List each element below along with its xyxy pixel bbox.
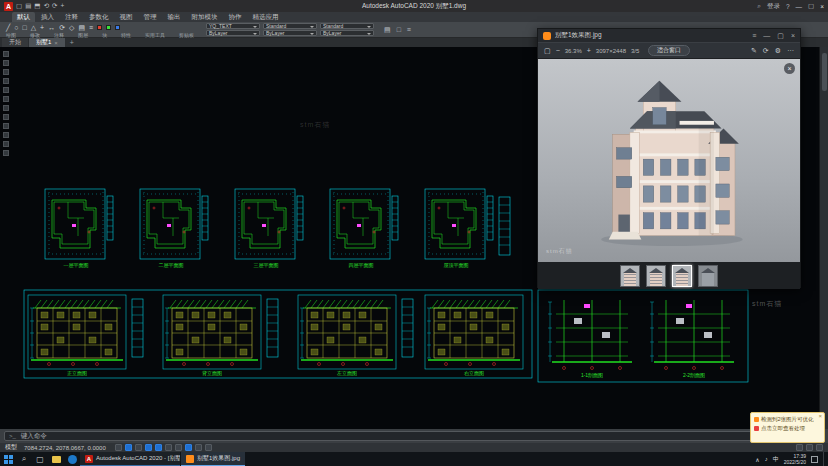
- fit-to-window-button[interactable]: 适合窗口: [648, 45, 690, 56]
- help-icon[interactable]: ?: [786, 3, 790, 10]
- section-2[interactable]: [650, 300, 734, 370]
- thumbnail-2[interactable]: [646, 265, 666, 287]
- thumbnail-4[interactable]: [698, 265, 718, 287]
- show-desktop-button[interactable]: [823, 452, 826, 466]
- linetype-combo[interactable]: ByLayer: [263, 30, 317, 36]
- selection-cycling-toggle[interactable]: [205, 444, 212, 451]
- taskbar-button-image-viewer[interactable]: 别墅1效果图.jpg: [181, 452, 245, 466]
- schedule-table[interactable]: [267, 299, 278, 357]
- maximize-button[interactable]: ▢: [808, 2, 814, 10]
- floor-plan-4[interactable]: [330, 189, 398, 259]
- autocad-logo-icon[interactable]: A: [4, 2, 13, 11]
- text-style-combo[interactable]: YQ_TEXT: [206, 23, 260, 29]
- rectangle-tool-icon[interactable]: □: [22, 23, 26, 32]
- command-input[interactable]: >_ 键入命令: [4, 431, 824, 441]
- group-tool-icon[interactable]: ≡: [407, 26, 411, 33]
- hatch-tool-icon[interactable]: +: [40, 23, 44, 32]
- viewer-menu-icon[interactable]: ≡: [752, 32, 756, 40]
- line-tool-icon[interactable]: ╱: [6, 23, 10, 32]
- filetab-new-icon[interactable]: +: [66, 38, 78, 47]
- schedule-table[interactable]: [499, 197, 510, 255]
- filetab-close-icon[interactable]: ×: [54, 40, 58, 46]
- section-1[interactable]: [548, 300, 632, 370]
- task-view-icon[interactable]: ▢: [32, 452, 48, 466]
- osnap-toggle[interactable]: [155, 444, 162, 451]
- panel-label-modify[interactable]: 修改: [30, 32, 40, 38]
- viewer-titlebar[interactable]: 别墅1效果图.jpg ≡ — ▢ ×: [538, 29, 800, 42]
- panel-label-annotate[interactable]: 注释: [54, 32, 64, 38]
- rotate-tool-icon[interactable]: ⟳: [59, 23, 65, 32]
- new-file-icon[interactable]: ▢: [16, 1, 22, 11]
- paste-tool-icon[interactable]: □: [397, 26, 401, 33]
- image-close-icon[interactable]: ×: [784, 63, 795, 74]
- fullscreen-icon[interactable]: ▢: [544, 47, 551, 55]
- thumbnail-3-selected[interactable]: [672, 265, 692, 287]
- tab-output[interactable]: 输出: [163, 12, 186, 22]
- taskbar-button-autocad[interactable]: A Autodesk AutoCAD 2020 - [别墅1.dwg]: [80, 452, 180, 466]
- signin-label[interactable]: 登录: [767, 2, 780, 11]
- notification-close-icon[interactable]: ×: [818, 413, 822, 419]
- transparency-toggle[interactable]: [195, 444, 202, 451]
- annotation-scale-button[interactable]: [796, 444, 803, 451]
- customize-button[interactable]: [816, 444, 823, 451]
- move-tool-icon[interactable]: ↔: [48, 23, 55, 32]
- elevation-4[interactable]: [425, 295, 523, 369]
- file-explorer-icon[interactable]: [48, 452, 64, 466]
- search-icon[interactable]: ⌕: [757, 2, 761, 10]
- grid-toggle[interactable]: [115, 444, 122, 451]
- viewer-image-area[interactable]: ×: [538, 59, 800, 262]
- viewer-close-button[interactable]: ×: [791, 32, 795, 40]
- panel-label-utilities[interactable]: 实用工具: [145, 32, 165, 38]
- save-icon[interactable]: ⬒: [34, 1, 40, 11]
- filetab-drawing[interactable]: 别墅1 ×: [29, 38, 65, 47]
- floor-plan-5[interactable]: [425, 189, 493, 259]
- plot-icon[interactable]: +: [60, 1, 64, 11]
- snap-toggle[interactable]: [125, 444, 132, 451]
- settings-gear-icon[interactable]: ⚙: [775, 47, 781, 55]
- dim-style-combo[interactable]: Standard: [263, 23, 317, 29]
- zoom-out-icon[interactable]: −: [556, 47, 560, 54]
- notification-popup[interactable]: × 检测到2张图片可优化 点击立即查看处理: [750, 412, 825, 443]
- undo-icon[interactable]: ⟲: [43, 1, 48, 11]
- tab-parametric[interactable]: 参数化: [84, 12, 114, 22]
- layer-color-chip-red[interactable]: [97, 25, 102, 30]
- array-tool-icon[interactable]: ▤: [78, 23, 85, 32]
- notification-line2[interactable]: 点击立即查看处理: [761, 425, 805, 432]
- close-button[interactable]: ×: [820, 3, 824, 10]
- ime-indicator[interactable]: 中: [773, 455, 779, 464]
- zoom-in-icon[interactable]: +: [587, 47, 591, 54]
- tab-view[interactable]: 视图: [115, 12, 138, 22]
- polar-toggle[interactable]: [145, 444, 152, 451]
- table-style-combo[interactable]: Standard: [320, 23, 374, 29]
- start-button[interactable]: [0, 452, 16, 466]
- elevation-2[interactable]: [163, 295, 261, 369]
- layer-color-chip-blue[interactable]: [115, 25, 120, 30]
- action-center-icon[interactable]: [811, 456, 818, 463]
- otrack-toggle[interactable]: [165, 444, 172, 451]
- schedule-table[interactable]: [132, 299, 143, 357]
- rotate-icon[interactable]: ⟳: [763, 47, 769, 55]
- thumbnail-1[interactable]: [620, 265, 640, 287]
- tab-insert[interactable]: 插入: [36, 12, 59, 22]
- more-icon[interactable]: ⋯: [787, 47, 794, 55]
- panel-label-properties[interactable]: 特性: [121, 32, 131, 38]
- layers-tool-icon[interactable]: ≡: [89, 23, 93, 32]
- tray-expand-icon[interactable]: ∧: [755, 456, 759, 463]
- edit-icon[interactable]: ✎: [751, 47, 757, 55]
- taskbar-clock[interactable]: 17:39 2022/5/20: [784, 453, 806, 465]
- layer-color-chip-green[interactable]: [106, 25, 111, 30]
- polygon-tool-icon[interactable]: △: [31, 23, 36, 32]
- schedule-table[interactable]: [402, 299, 413, 357]
- tab-default[interactable]: 默认: [12, 12, 35, 22]
- trim-tool-icon[interactable]: ◇: [69, 23, 74, 32]
- tab-featured-apps[interactable]: 精选应用: [248, 12, 284, 22]
- open-file-icon[interactable]: ▤: [25, 1, 31, 11]
- floor-plan-3[interactable]: [235, 189, 303, 259]
- redo-icon[interactable]: ⟳: [52, 1, 57, 11]
- panel-label-clipboard[interactable]: 剪贴板: [179, 32, 194, 38]
- floor-plan-1[interactable]: [45, 189, 113, 259]
- dynamic-input-toggle[interactable]: [185, 444, 192, 451]
- minimize-button[interactable]: —: [796, 3, 803, 10]
- panel-label-layers[interactable]: 图层: [78, 32, 88, 38]
- lineweight-combo[interactable]: ByLayer: [320, 30, 374, 36]
